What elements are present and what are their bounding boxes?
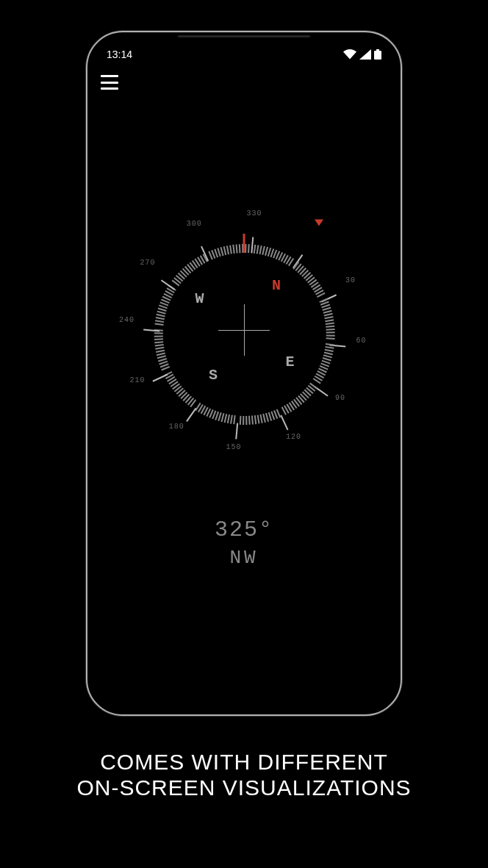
degree-label-30: 30 (345, 276, 356, 284)
north-arrow-icon (315, 220, 323, 226)
degree-label-300: 300 (187, 219, 202, 227)
compass-readout: 325° NW (87, 517, 401, 569)
degree-label-330: 330 (246, 209, 262, 217)
signal-icon (359, 49, 371, 60)
heading-degrees: 325° (87, 517, 401, 542)
statusbar: 13:14 (87, 46, 401, 63)
cardinal-s: S (209, 367, 216, 384)
compass[interactable]: NESW306090120150180210240270300330 (115, 201, 373, 459)
svg-rect-1 (374, 51, 381, 60)
statusbar-icons (343, 49, 381, 60)
battery-icon (374, 49, 381, 60)
wifi-icon (343, 49, 356, 60)
compass-center-cross (218, 304, 270, 356)
degree-label-150: 150 (226, 443, 242, 451)
svg-rect-0 (376, 49, 379, 51)
appbar (101, 75, 118, 90)
degree-label-120: 120 (286, 433, 301, 441)
degree-label-90: 90 (335, 393, 345, 401)
cardinal-e: E (285, 354, 293, 370)
heading-direction: NW (87, 547, 401, 569)
degree-label-210: 210 (129, 376, 145, 384)
degree-label-240: 240 (119, 316, 134, 324)
degree-label-180: 180 (169, 423, 184, 431)
degree-label-60: 60 (356, 336, 366, 344)
statusbar-time: 13:14 (107, 49, 132, 60)
degree-label-270: 270 (140, 259, 155, 267)
menu-icon[interactable] (101, 75, 118, 90)
cardinal-n: N (272, 276, 279, 293)
phone-frame: 13:14 NESW306090120150180210240270300330… (86, 31, 402, 716)
marketing-caption: COMES WITH DIFFERENT ON-SCREEN VISUALIZA… (76, 750, 411, 800)
cardinal-w: W (195, 290, 203, 306)
